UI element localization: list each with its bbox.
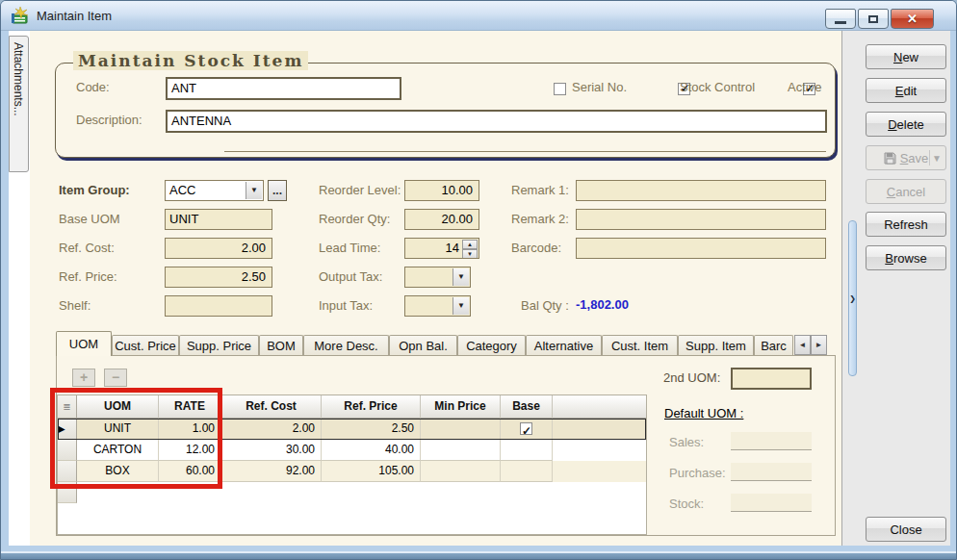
cancel-button[interactable]: Cancel — [866, 179, 946, 204]
cell-rate[interactable]: 60.00 — [159, 461, 221, 482]
save-dropdown-arrow-icon[interactable]: ▼ — [932, 153, 942, 164]
grid-row-carton[interactable]: CARTON 12.00 30.00 40.00 — [58, 440, 646, 461]
cell-ref-cost[interactable]: 30.00 — [221, 440, 322, 461]
lead-time-field[interactable]: 14 ▲ ▼ — [404, 238, 479, 259]
cell-uom[interactable]: UNIT — [77, 419, 159, 440]
delete-button[interactable]: Delete — [866, 112, 946, 137]
attachments-tab[interactable]: Attachments... — [9, 36, 29, 172]
input-tax-combo[interactable]: ▼ — [404, 295, 471, 317]
second-uom-field[interactable] — [731, 368, 812, 390]
cell-min-price[interactable] — [421, 461, 501, 482]
cell-ref-price[interactable]: 105.00 — [322, 461, 421, 482]
shelf-label: Shelf: — [59, 298, 91, 313]
default-stock-label: Stock: — [669, 496, 704, 511]
base-uom-field[interactable]: UNIT — [165, 209, 272, 230]
refresh-button[interactable]: Refresh — [866, 212, 946, 237]
row-selector[interactable] — [58, 461, 77, 482]
tab-uom[interactable]: UOM — [56, 331, 112, 356]
refresh-button-label: Refresh — [884, 217, 928, 232]
tab-bom[interactable]: BOM — [259, 335, 303, 356]
input-tax-dropdown-icon[interactable]: ▼ — [453, 297, 469, 315]
column-header-ref-price[interactable]: Ref. Price — [322, 395, 421, 419]
barcode-label: Barcode: — [511, 241, 561, 255]
close-icon: ✕ — [907, 13, 918, 25]
close-button[interactable]: Close — [866, 517, 946, 542]
code-input[interactable]: ANT — [166, 77, 401, 100]
spin-up-icon[interactable]: ▲ — [462, 240, 478, 249]
remark1-field[interactable] — [576, 180, 826, 201]
remove-row-button[interactable]: − — [104, 369, 127, 387]
new-button[interactable]: New — [866, 44, 946, 69]
default-stock-field[interactable] — [731, 494, 812, 512]
tab-scroll-left-button[interactable]: ◄ — [794, 335, 811, 355]
tab-category[interactable]: Category — [457, 335, 526, 356]
tab-scroll-right-button[interactable]: ► — [811, 335, 827, 355]
maximize-button[interactable] — [858, 9, 889, 29]
column-header-ref-cost[interactable]: Ref. Cost — [221, 395, 322, 419]
grid-row-box[interactable]: BOX 60.00 92.00 105.00 — [58, 461, 646, 482]
spin-down-icon[interactable]: ▼ — [462, 249, 478, 259]
grid-corner-cell[interactable]: ≣ — [58, 395, 77, 419]
add-row-button[interactable]: + — [72, 369, 95, 387]
tab-supp-item[interactable]: Supp. Item — [678, 335, 754, 356]
item-group-combo[interactable]: ACC ▼ — [165, 180, 264, 201]
output-tax-combo[interactable]: ▼ — [404, 267, 471, 288]
save-button[interactable]: Save ▼ — [866, 145, 946, 170]
serial-no-label: Serial No. — [572, 80, 627, 94]
serial-no-checkbox[interactable] — [554, 83, 566, 95]
cell-ref-price[interactable]: 40.00 — [322, 440, 421, 461]
shelf-field[interactable] — [165, 295, 272, 317]
column-header-min-price[interactable]: Min Price — [421, 395, 501, 419]
cell-ref-cost[interactable]: 2.00 — [221, 419, 322, 440]
default-purchase-field[interactable] — [731, 463, 812, 481]
column-header-uom[interactable]: UOM — [77, 395, 159, 419]
cell-uom[interactable]: BOX — [77, 461, 159, 482]
cell-rate[interactable]: 1.00 — [159, 419, 221, 440]
description-input[interactable]: ANTENNA — [166, 110, 827, 133]
tab-cust-item[interactable]: Cust. Item — [602, 335, 678, 356]
output-tax-dropdown-icon[interactable]: ▼ — [453, 268, 469, 286]
cell-min-price[interactable] — [421, 419, 501, 440]
cell-min-price[interactable] — [421, 440, 501, 461]
tab-supp-price[interactable]: Supp. Price — [179, 335, 259, 356]
browse-button[interactable]: Browse — [866, 245, 946, 270]
remark2-field[interactable] — [576, 209, 826, 230]
column-header-base[interactable]: Base — [501, 395, 553, 419]
tab-alternative[interactable]: Alternative — [526, 335, 602, 356]
item-group-browse-button[interactable]: ... — [268, 180, 287, 201]
ref-price-field[interactable]: 2.50 — [165, 267, 272, 288]
title-bar[interactable]: Maintain Item ✕ — [1, 1, 957, 31]
cell-ref-cost[interactable]: 92.00 — [221, 461, 322, 482]
remark1-label: Remark 1: — [511, 183, 569, 197]
edit-button[interactable]: Edit — [866, 78, 946, 103]
default-sales-field[interactable] — [731, 432, 812, 450]
reorder-qty-field[interactable]: 20.00 — [404, 209, 479, 230]
cell-base[interactable] — [501, 419, 553, 440]
ref-cost-field[interactable]: 2.00 — [165, 238, 272, 259]
floppy-icon — [884, 152, 896, 165]
tab-barcode[interactable]: Barc — [754, 335, 793, 356]
barcode-field[interactable] — [576, 238, 826, 259]
remark2-label: Remark 2: — [511, 212, 569, 226]
panel-splitter[interactable]: ❯ — [848, 220, 857, 376]
grid-row-unit[interactable]: ▶ UNIT 1.00 2.00 2.50 — [58, 419, 646, 440]
output-tax-label: Output Tax: — [319, 269, 382, 284]
reorder-level-field[interactable]: 10.00 — [404, 180, 479, 201]
cell-base[interactable] — [501, 461, 553, 482]
close-window-button[interactable]: ✕ — [891, 9, 934, 29]
minimize-button[interactable] — [825, 9, 856, 29]
row-selector[interactable]: ▶ — [58, 419, 77, 440]
cell-uom[interactable]: CARTON — [77, 440, 159, 461]
edit-button-label: Edit — [895, 84, 917, 98]
cell-base[interactable] — [501, 440, 553, 461]
tab-cust-price[interactable]: Cust. Price — [112, 335, 179, 356]
cell-ref-price[interactable]: 2.50 — [322, 419, 421, 440]
tab-opn-bal[interactable]: Opn Bal. — [389, 335, 457, 356]
column-header-rate[interactable]: RATE — [159, 395, 221, 419]
base-uom-checkbox[interactable] — [520, 422, 532, 435]
item-group-dropdown-icon[interactable]: ▼ — [246, 182, 262, 199]
tab-more-desc[interactable]: More Desc. — [303, 335, 389, 356]
cell-rate[interactable]: 12.00 — [159, 440, 221, 461]
row-selector[interactable] — [58, 440, 77, 461]
ref-price-label: Ref. Price: — [59, 269, 117, 284]
